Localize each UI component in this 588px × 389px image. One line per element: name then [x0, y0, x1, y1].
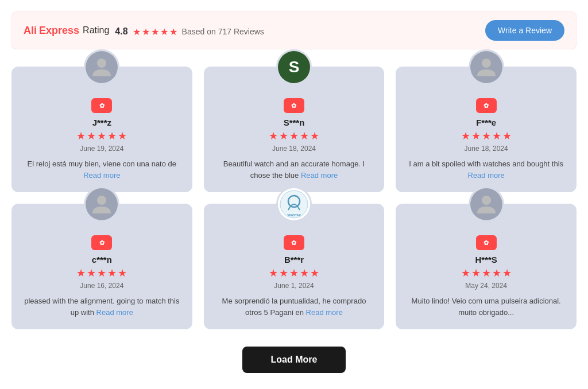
aliexpress-badge: ✿	[284, 235, 304, 250]
read-more-link[interactable]: Read more	[306, 308, 343, 317]
read-more-link[interactable]: Read more	[83, 171, 120, 180]
avatar-wrapper	[84, 186, 119, 222]
aliexpress-badge: ✿	[476, 235, 497, 250]
aliexpress-badge-icon: ✿	[291, 239, 296, 247]
reviews-grid: ✿ J***z ★★★★★ June 19, 2024 El reloj est…	[11, 67, 577, 329]
load-more-button[interactable]: Load More	[242, 347, 346, 373]
review-date: June 16, 2024	[23, 282, 181, 290]
avatar-placeholder	[470, 51, 502, 83]
aliexpress-badge-icon: ✿	[99, 102, 105, 110]
read-more-link[interactable]: Read more	[301, 171, 338, 180]
reviewer-name: F***e	[407, 118, 565, 127]
card-star-4: ★	[107, 267, 117, 279]
header-bar: AliExpress Rating 4.8 ★ ★ ★ ★ ★ Based on…	[11, 11, 577, 49]
card-star-5: ★	[118, 130, 127, 142]
header-left: AliExpress Rating 4.8 ★ ★ ★ ★ ★ Based on…	[24, 24, 264, 37]
review-text: pleased with the alignment. going to mat…	[23, 295, 181, 318]
review-card-5: VENSTAR ✿ B***r ★★★★★ June 1, 2024 Me so…	[204, 204, 385, 329]
card-star-3: ★	[97, 130, 106, 142]
review-text-content: I am a bit spoiled with watches and boug…	[409, 160, 563, 168]
avatar-letter: S	[278, 51, 310, 83]
review-text-content: Beautiful watch and an accurate homage. …	[223, 160, 365, 180]
card-star-3: ★	[289, 267, 299, 279]
card-star-4: ★	[300, 267, 309, 279]
aliexpress-badge: ✿	[91, 98, 112, 113]
aliexpress-logo: AliExpress	[24, 25, 79, 37]
card-stars: ★★★★★	[23, 130, 181, 142]
write-review-button[interactable]: Write a Review	[485, 20, 564, 41]
card-star-4: ★	[300, 130, 309, 142]
review-text-content: Muito lindo! Veio com uma pulseira adici…	[412, 297, 561, 317]
star-half: ★	[169, 26, 177, 37]
avatar-wrapper: VENSTAR	[276, 186, 312, 222]
card-star-1: ★	[269, 130, 278, 142]
review-text: Muito lindo! Veio com uma pulseira adici…	[407, 295, 565, 318]
read-more-link[interactable]: Read more	[468, 171, 505, 180]
avatar-placeholder	[86, 51, 118, 83]
avatar-placeholder	[86, 188, 118, 220]
card-stars: ★★★★★	[407, 130, 565, 142]
card-star-3: ★	[97, 267, 106, 279]
card-star-4: ★	[492, 130, 501, 142]
card-star-3: ★	[289, 130, 299, 142]
header-info: 4.8 ★ ★ ★ ★ ★ Based on 717 Reviews	[115, 24, 264, 37]
svg-text:VENSTAR: VENSTAR	[287, 213, 301, 217]
card-stars: ★★★★★	[215, 267, 373, 279]
logo-ali: Ali	[24, 25, 37, 37]
review-text: El reloj está muy bien, viene con una na…	[23, 158, 181, 181]
card-star-2: ★	[87, 130, 96, 142]
review-date: June 18, 2024	[215, 145, 373, 153]
rating-label: Rating	[83, 25, 109, 36]
card-star-5: ★	[118, 267, 127, 279]
star-2: ★	[142, 26, 150, 37]
rating-row: 4.8 ★ ★ ★ ★ ★ Based on 717 Reviews	[115, 26, 264, 37]
card-star-1: ★	[76, 267, 86, 279]
review-text: I am a bit spoiled with watches and boug…	[407, 158, 565, 181]
review-date: May 24, 2024	[407, 282, 565, 290]
card-star-5: ★	[502, 130, 512, 142]
card-star-1: ★	[461, 267, 470, 279]
avatar-wrapper	[469, 186, 504, 222]
review-text-content: Me sorprendió la puntualidad, he comprad…	[222, 297, 366, 317]
rating-number: 4.8	[115, 26, 127, 37]
card-star-2: ★	[471, 267, 481, 279]
aliexpress-badge: ✿	[284, 98, 304, 113]
aliexpress-badge-icon: ✿	[291, 102, 296, 110]
load-more-container: Load More	[11, 347, 577, 373]
avatar-wrapper	[469, 49, 504, 85]
avatar-wrapper	[84, 49, 119, 85]
reviewer-name: H***S	[407, 255, 565, 264]
card-stars: ★★★★★	[23, 267, 181, 279]
avatar-logo: VENSTAR	[278, 188, 310, 220]
header-stars: ★ ★ ★ ★ ★	[133, 26, 177, 37]
review-date: June 19, 2024	[23, 145, 181, 153]
avatar-wrapper: S	[276, 49, 312, 85]
read-more-link[interactable]: Read more	[96, 308, 133, 317]
header-title-row: AliExpress Rating	[24, 25, 109, 37]
svg-point-0	[97, 59, 106, 68]
card-star-3: ★	[482, 267, 491, 279]
star-1: ★	[133, 26, 141, 37]
review-text: Me sorprendió la puntualidad, he comprad…	[215, 295, 373, 318]
card-star-2: ★	[471, 130, 481, 142]
avatar-placeholder	[470, 188, 502, 220]
card-star-5: ★	[310, 267, 319, 279]
logo-express: Express	[39, 25, 79, 37]
aliexpress-badge: ✿	[476, 98, 497, 113]
review-text: Beautiful watch and an accurate homage. …	[215, 158, 373, 181]
card-star-3: ★	[482, 130, 491, 142]
card-star-1: ★	[76, 130, 86, 142]
card-star-4: ★	[492, 267, 501, 279]
reviewer-name: c***n	[23, 255, 181, 264]
reviews-count: Based on 717 Reviews	[182, 27, 264, 36]
svg-point-1	[482, 59, 491, 68]
review-card-2: S ✿ S***n ★★★★★ June 18, 2024 Beautiful …	[204, 67, 385, 192]
aliexpress-badge: ✿	[91, 235, 112, 250]
aliexpress-badge-icon: ✿	[483, 239, 489, 247]
reviewer-name: J***z	[23, 118, 181, 127]
card-stars: ★★★★★	[407, 267, 565, 279]
card-star-1: ★	[269, 267, 278, 279]
review-card-4: ✿ c***n ★★★★★ June 16, 2024 pleased with…	[11, 204, 192, 329]
card-star-5: ★	[310, 130, 319, 142]
review-card-3: ✿ F***e ★★★★★ June 18, 2024 I am a bit s…	[396, 67, 577, 192]
